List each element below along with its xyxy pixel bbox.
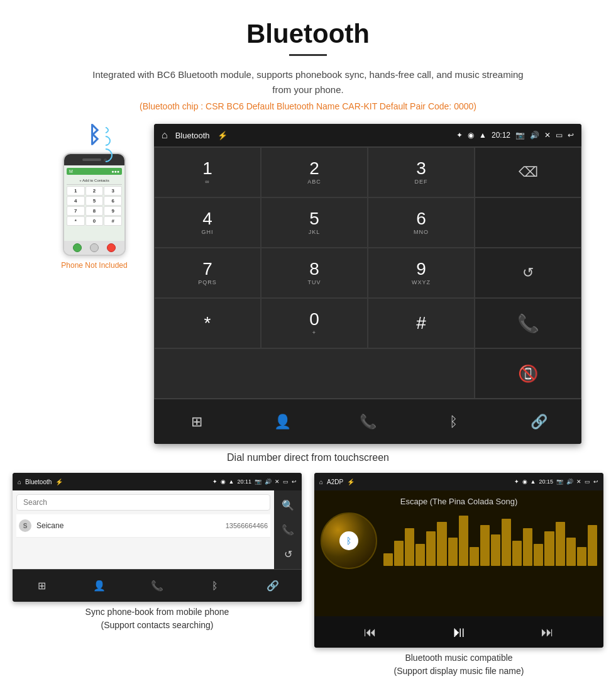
mu-vol-icon: 🔊: [566, 479, 573, 485]
pb-sig-icon: ▲: [229, 479, 234, 485]
android-dial-screen: ⌂ Bluetooth ⚡ ✦ ◉ ▲ 20:12 📷 🔊 ✕ ▭ ↩ 1: [154, 124, 581, 444]
next-track-btn[interactable]: ⏭: [541, 625, 554, 639]
phone-key-star[interactable]: *: [67, 216, 85, 226]
phone-key-0[interactable]: 0: [85, 216, 104, 226]
statusbar-left: ⌂ Bluetooth ⚡: [162, 130, 228, 141]
contact-row-seicane[interactable]: S Seicane 13566664466: [16, 514, 270, 538]
nav-link-icon[interactable]: 🔗: [523, 406, 554, 438]
music-statusbar: ⌂ A2DP ⚡ ✦ ◉ ▲ 20:15 📷 🔊 ✕ ▭ ↩: [314, 473, 603, 490]
specs-text: (Bluetooth chip : CSR BC6 Default Blueto…: [13, 101, 603, 111]
waveform-bar: [502, 519, 511, 566]
waveform-bar: [588, 525, 597, 566]
android-navbar: ⊞ 👤 📞 ᛒ 🔗: [154, 399, 581, 444]
play-pause-btn[interactable]: ⏯: [451, 623, 466, 641]
digit-2: 2: [309, 160, 319, 177]
mu-back-icon[interactable]: ↩: [593, 479, 598, 485]
phone-key-6[interactable]: 6: [104, 196, 122, 206]
location-icon: ◉: [468, 131, 474, 140]
dial-key-1[interactable]: 1 ∞: [154, 147, 261, 197]
pb-nav-phone[interactable]: 📞: [146, 575, 168, 597]
pb-nav-link[interactable]: 🔗: [261, 575, 284, 597]
digit-0: 0: [309, 311, 319, 328]
main-screen-area: ᛒ M ●●● + Add to Contacts 1 2: [0, 118, 616, 447]
nav-bt-icon[interactable]: ᛒ: [437, 406, 469, 438]
signal-arcs: [102, 127, 113, 162]
home-icon[interactable]: ⌂: [162, 130, 168, 141]
mu-home-icon[interactable]: ⌂: [319, 479, 323, 485]
music-controls: ⏮ ⏯ ⏭: [314, 616, 603, 648]
phone-illustration: ᛒ M ●●● + Add to Contacts 1 2: [35, 124, 154, 276]
album-art: ᛒ: [321, 512, 377, 569]
dial-key-hash[interactable]: #: [368, 298, 475, 348]
phone-key-5[interactable]: 5: [85, 196, 104, 206]
contact-number: 13566664466: [226, 522, 268, 529]
phone-key-2[interactable]: 2: [85, 186, 104, 196]
digit-6: 6: [416, 210, 426, 228]
dial-key-0[interactable]: 0 +: [261, 298, 368, 348]
signal-icon: ▲: [479, 131, 487, 140]
page-header: Bluetooth Integrated with BC6 Bluetooth …: [0, 0, 616, 118]
dial-key-4[interactable]: 4 GHI: [154, 197, 261, 248]
pb-nav-person[interactable]: 👤: [88, 575, 111, 597]
digit-star: *: [204, 314, 211, 332]
volume-icon: 🔊: [530, 131, 539, 140]
dial-key-backspace[interactable]: ⌫: [475, 147, 581, 197]
phonebook-side-icons: 🔍 📞 ↺: [274, 490, 302, 569]
phone-speaker: [82, 158, 101, 161]
pb-home-icon[interactable]: ⌂: [18, 479, 21, 485]
phone-screen: M ●●● + Add to Contacts 1 2 3 4 5 6 7 8 …: [64, 165, 124, 241]
green-call-icon: 📞: [517, 313, 539, 334]
pb-nav-grid[interactable]: ⊞: [30, 575, 53, 597]
dial-key-star[interactable]: *: [154, 298, 261, 348]
nav-person-icon[interactable]: 👤: [267, 406, 298, 438]
dial-key-6[interactable]: 6 MNO: [368, 197, 475, 248]
phone-add-contact: + Add to Contacts: [67, 177, 122, 185]
phone-key-9[interactable]: 9: [104, 206, 122, 216]
waveform-bar: [534, 544, 543, 566]
page-title: Bluetooth: [13, 19, 603, 49]
pb-time: 20:11: [237, 479, 251, 485]
side-refresh-icon[interactable]: ↺: [278, 545, 298, 564]
phone-end-btn[interactable]: [107, 243, 116, 252]
dial-key-refresh[interactable]: ↺: [475, 248, 581, 298]
album-art-bt-icon: ᛒ: [339, 531, 358, 550]
side-search-icon[interactable]: 🔍: [278, 495, 298, 515]
back-icon[interactable]: ↩: [568, 131, 574, 140]
dial-key-9[interactable]: 9 WXYZ: [368, 248, 475, 298]
phone-key-1[interactable]: 1: [67, 186, 85, 196]
nav-grid-icon[interactable]: ⊞: [181, 406, 212, 438]
phonebook-caption: Sync phone-book from mobile phone (Suppo…: [85, 606, 229, 632]
digit-9: 9: [416, 260, 426, 278]
phonebook-search-input[interactable]: [16, 494, 270, 511]
refresh-icon: ↺: [522, 265, 534, 281]
phone-key-3[interactable]: 3: [104, 186, 122, 196]
phone-home-btn[interactable]: [90, 243, 99, 252]
mu-cam-icon: 📷: [556, 479, 563, 485]
dial-key-2[interactable]: 2 ABC: [261, 147, 368, 197]
phone-key-7[interactable]: 7: [67, 206, 85, 216]
mu-loc-icon: ◉: [522, 479, 527, 485]
dial-key-7[interactable]: 7 PQRS: [154, 248, 261, 298]
usb-icon: ⚡: [217, 131, 228, 140]
dial-key-3[interactable]: 3 DEF: [368, 147, 475, 197]
waveform-bar: [556, 522, 565, 566]
dial-key-call-green[interactable]: 📞: [475, 298, 581, 348]
dial-key-5[interactable]: 5 JKL: [261, 197, 368, 248]
phone-key-hash[interactable]: #: [104, 216, 122, 226]
music-visual-area: ᛒ: [321, 512, 597, 569]
pb-vol-icon: 🔊: [265, 479, 272, 485]
waveform-bar: [480, 525, 490, 566]
pb-app-name: Bluetooth: [25, 479, 52, 485]
dial-key-8[interactable]: 8 TUV: [261, 248, 368, 298]
side-call-icon[interactable]: 📞: [278, 520, 298, 539]
phone-key-8[interactable]: 8: [85, 206, 104, 216]
waveform-bar: [566, 538, 576, 566]
nav-phone-icon[interactable]: 📞: [352, 406, 383, 438]
pb-nav-bt[interactable]: ᛒ: [204, 575, 226, 597]
dial-key-call-red[interactable]: 📵: [475, 348, 581, 399]
pb-back-icon[interactable]: ↩: [292, 479, 297, 485]
phone-key-4[interactable]: 4: [67, 196, 85, 206]
prev-track-btn[interactable]: ⏮: [364, 625, 377, 639]
phone-call-btn[interactable]: [73, 243, 82, 252]
music-content: Escape (The Pina Colada Song) ᛒ: [314, 490, 603, 616]
